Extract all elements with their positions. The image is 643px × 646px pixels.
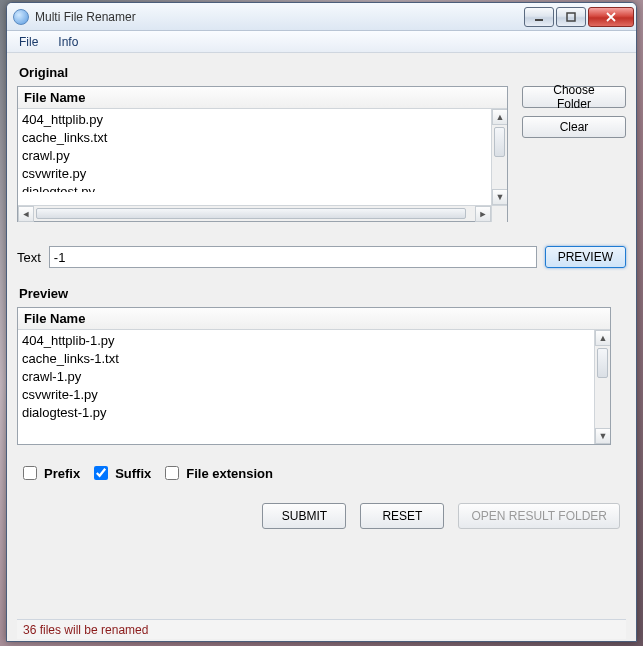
open-result-folder-button[interactable]: OPEN RESULT FOLDER	[458, 503, 620, 529]
app-icon	[13, 9, 29, 25]
prefix-text: Prefix	[44, 466, 80, 481]
svg-rect-1	[567, 13, 575, 21]
suffix-checkbox[interactable]	[94, 466, 108, 480]
svg-rect-0	[535, 19, 543, 21]
titlebar: Multi File Renamer	[7, 3, 636, 31]
list-item[interactable]: dialogtest-1.py	[22, 404, 606, 422]
window-title: Multi File Renamer	[35, 10, 524, 24]
original-label: Original	[19, 65, 626, 80]
list-item[interactable]: cache_links.txt	[22, 129, 503, 147]
scroll-up-icon[interactable]: ▲	[492, 109, 507, 125]
original-side-buttons: Choose Folder Clear	[522, 86, 626, 138]
hscroll-thumb[interactable]	[36, 208, 466, 219]
suffix-text: Suffix	[115, 466, 151, 481]
scroll-down-icon[interactable]: ▼	[595, 428, 610, 444]
fileext-text: File extension	[186, 466, 273, 481]
original-row: File Name 404_httplib.py cache_links.txt…	[17, 86, 626, 222]
minimize-icon	[534, 12, 544, 22]
maximize-icon	[566, 12, 576, 22]
menu-file[interactable]: File	[11, 33, 46, 51]
clear-button[interactable]: Clear	[522, 116, 626, 138]
statusbar: 36 files will be renamed	[17, 619, 626, 639]
original-list-header[interactable]: File Name	[18, 87, 507, 109]
list-item[interactable]: crawl-1.py	[22, 368, 606, 386]
scroll-thumb[interactable]	[597, 348, 608, 378]
submit-button[interactable]: SUBMIT	[262, 503, 346, 529]
list-item[interactable]: cache_links-1.txt	[22, 350, 606, 368]
maximize-button[interactable]	[556, 7, 586, 27]
list-item[interactable]: crawl.py	[22, 147, 503, 165]
list-item[interactable]: csvwrite-1.py	[22, 386, 606, 404]
scroll-corner	[491, 206, 507, 222]
preview-list[interactable]: File Name 404_httplib-1.py cache_links-1…	[17, 307, 611, 445]
scroll-left-icon[interactable]: ◄	[18, 206, 34, 222]
fileext-checkbox-label[interactable]: File extension	[161, 463, 273, 483]
menu-info[interactable]: Info	[50, 33, 86, 51]
reset-button[interactable]: RESET	[360, 503, 444, 529]
preview-list-body[interactable]: 404_httplib-1.py cache_links-1.txt crawl…	[18, 330, 610, 444]
preview-list-header[interactable]: File Name	[18, 308, 610, 330]
choose-folder-button[interactable]: Choose Folder	[522, 86, 626, 108]
vertical-scrollbar[interactable]: ▲ ▼	[491, 109, 507, 205]
minimize-button[interactable]	[524, 7, 554, 27]
prefix-checkbox-label[interactable]: Prefix	[19, 463, 80, 483]
vertical-scrollbar[interactable]: ▲ ▼	[594, 330, 610, 444]
action-row: SUBMIT RESET OPEN RESULT FOLDER	[17, 503, 626, 529]
list-item[interactable]: csvwrite.py	[22, 165, 503, 183]
mode-checkboxes: Prefix Suffix File extension	[19, 463, 626, 483]
app-window: Multi File Renamer File Info Original Fi…	[6, 2, 637, 642]
original-list-body[interactable]: 404_httplib.py cache_links.txt crawl.py …	[18, 109, 507, 205]
list-item[interactable]: 404_httplib.py	[22, 111, 503, 129]
list-item[interactable]: dialogtest.py	[22, 183, 503, 192]
scroll-down-icon[interactable]: ▼	[492, 189, 507, 205]
close-button[interactable]	[588, 7, 634, 27]
text-input[interactable]	[49, 246, 537, 268]
menubar: File Info	[7, 31, 636, 53]
list-item[interactable]: 404_httplib-1.py	[22, 332, 606, 350]
scroll-up-icon[interactable]: ▲	[595, 330, 610, 346]
horizontal-scrollbar[interactable]: ◄ ►	[18, 205, 507, 221]
prefix-checkbox[interactable]	[23, 466, 37, 480]
text-label: Text	[17, 250, 41, 265]
original-list[interactable]: File Name 404_httplib.py cache_links.txt…	[17, 86, 508, 222]
client-area: Original File Name 404_httplib.py cache_…	[7, 53, 636, 641]
status-text: 36 files will be renamed	[23, 623, 148, 637]
window-controls	[524, 7, 634, 27]
preview-label: Preview	[19, 286, 626, 301]
fileext-checkbox[interactable]	[165, 466, 179, 480]
scroll-right-icon[interactable]: ►	[475, 206, 491, 222]
suffix-checkbox-label[interactable]: Suffix	[90, 463, 151, 483]
text-row: Text PREVIEW	[17, 246, 626, 268]
scroll-thumb[interactable]	[494, 127, 505, 157]
close-icon	[606, 12, 616, 22]
preview-button[interactable]: PREVIEW	[545, 246, 626, 268]
